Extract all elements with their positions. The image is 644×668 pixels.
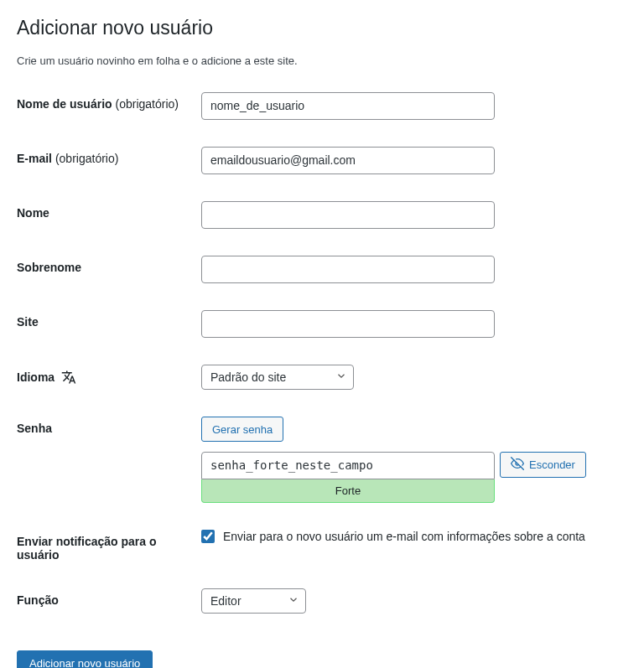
eye-slash-icon [511, 457, 524, 473]
language-select[interactable]: Padrão do site [201, 365, 354, 390]
row-username: Nome de usuário (obrigatório) [17, 92, 627, 120]
label-username: Nome de usuário (obrigatório) [17, 92, 201, 111]
page-description: Crie um usuário novinho em folha e o adi… [17, 54, 627, 67]
label-language: Idioma [17, 365, 201, 387]
label-username-required: (obrigatório) [115, 97, 178, 111]
add-user-button[interactable]: Adicionar novo usuário [17, 650, 153, 668]
role-select[interactable]: Editor [201, 588, 306, 614]
last-name-input[interactable] [201, 256, 495, 283]
username-input[interactable] [201, 92, 495, 120]
row-last-name: Sobrenome [17, 256, 627, 283]
website-input[interactable] [201, 310, 495, 338]
email-input[interactable] [201, 147, 495, 174]
label-email: E-mail (obrigatório) [17, 147, 201, 165]
row-password: Senha Gerar senha Forte Esconder [17, 417, 627, 503]
label-username-text: Nome de usuário [17, 97, 112, 111]
label-language-text: Idioma [17, 370, 55, 384]
first-name-input[interactable] [201, 201, 495, 229]
row-language: Idioma Padrão do site [17, 365, 627, 390]
label-password: Senha [17, 417, 201, 435]
generate-password-label: Gerar senha [212, 423, 273, 436]
password-input[interactable] [201, 452, 495, 479]
hide-password-label: Esconder [529, 458, 575, 471]
translate-icon [61, 370, 76, 387]
password-strength-meter: Forte [201, 479, 495, 503]
label-send-notification: Enviar notificação para o usuário [17, 530, 201, 562]
hide-password-button[interactable]: Esconder [500, 452, 586, 478]
row-email: E-mail (obrigatório) [17, 147, 627, 174]
generate-password-button[interactable]: Gerar senha [201, 417, 283, 442]
add-user-button-label: Adicionar novo usuário [29, 657, 140, 668]
label-email-text: E-mail [17, 152, 52, 165]
row-website: Site [17, 310, 627, 338]
label-role: Função [17, 588, 201, 607]
label-email-required: (obrigatório) [55, 152, 118, 165]
label-last-name: Sobrenome [17, 256, 201, 274]
label-first-name: Nome [17, 201, 201, 220]
send-notification-text: Enviar para o novo usuário um e-mail com… [223, 530, 585, 543]
send-notification-checkbox[interactable] [201, 530, 215, 543]
row-role: Função Editor [17, 588, 627, 614]
page-title: Adicionar novo usuário [17, 17, 627, 39]
row-first-name: Nome [17, 201, 627, 229]
label-website: Site [17, 310, 201, 329]
row-send-notification: Enviar notificação para o usuário Enviar… [17, 530, 627, 562]
